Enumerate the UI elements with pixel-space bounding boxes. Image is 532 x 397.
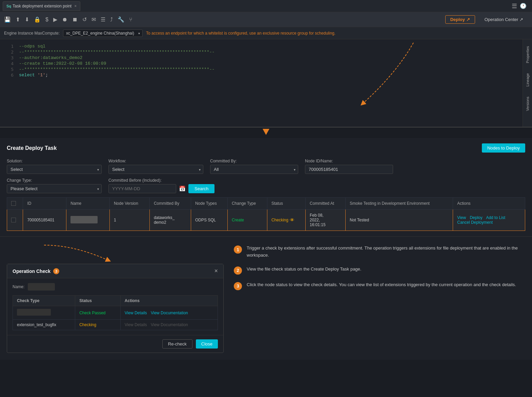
op-check-badge: 3 [53, 268, 59, 274]
instruction-text-3: Click the node status to view the check … [247, 281, 516, 289]
operation-check-dialog: Operation Check 3 × Name: Check Type [7, 264, 224, 353]
dtd-check-type-2: extension_test_bugfix [13, 320, 75, 330]
line-num-3: 3 [4, 55, 14, 60]
play-icon[interactable]: ▶ [53, 16, 57, 23]
code-content-5: --**************************************… [19, 67, 214, 72]
sql-icon: Sq [6, 4, 11, 8]
committed-before-input[interactable] [108, 184, 176, 193]
view-doc-link-2: View Documentation [151, 322, 188, 327]
side-tab-versions[interactable]: Versions [526, 97, 530, 111]
recheck-button[interactable]: Re-check [162, 339, 192, 349]
workflow-group: Workflow: Select [108, 159, 203, 174]
cancel-deployment-link[interactable]: Cancel Deployment [457, 220, 493, 225]
calendar-icon[interactable]: 📅 [179, 185, 186, 192]
header-checkbox[interactable] [11, 201, 16, 206]
add-to-list-link[interactable]: Add to List [486, 215, 505, 220]
list-icon[interactable]: ☰ [101, 16, 105, 23]
tab-bar: Sq Task deployment extension point × ☰ 🕐 [0, 0, 532, 12]
dialog-table-row-2: extension_test_bugfix Checking View Deta… [13, 320, 218, 330]
td-version: 1 [109, 210, 149, 231]
stop-icon[interactable]: ⏹ [72, 17, 78, 23]
status-checking[interactable]: Checking 👁 [271, 217, 301, 223]
solution-label: Solution: [7, 159, 102, 163]
dialog-close-button[interactable]: × [214, 267, 218, 275]
code-editor[interactable]: 1 --odps sql 2 --***********************… [0, 39, 532, 127]
row-checkbox[interactable] [11, 218, 16, 222]
code-content-6: select '1'; [19, 73, 48, 78]
dialog-area: Operation Check 3 × Name: Check Type [0, 237, 224, 360]
code-line-1: 1 --odps sql [0, 43, 532, 49]
tab-item[interactable]: Sq Task deployment extension point × [3, 1, 80, 11]
td-committed-by: dataworks_demo2 [149, 210, 191, 231]
td-status[interactable]: Checking 👁 [267, 210, 305, 231]
svg-marker-0 [263, 129, 269, 135]
instruction-text-2: View the file check status on the Create… [247, 266, 361, 273]
code-line-4: 4 --create time:2022-02-08 16:00:09 [0, 61, 532, 66]
clock-icon: 🕐 [520, 3, 527, 9]
share-icon[interactable]: ⑂ [129, 17, 132, 23]
code-content-1: --odps sql [19, 44, 45, 49]
td-actions: View Deploy Add to List Cancel Deploymen… [453, 210, 525, 231]
committed-before-label: Committed Before (Included): [108, 178, 214, 183]
engine-select[interactable]: xc_DPE_E2_engine China(Shanghai) [63, 29, 143, 37]
side-tabs: Properties Lineage Versions [523, 39, 532, 127]
line-num-5: 5 [4, 67, 14, 72]
tab-close-icon[interactable]: × [74, 4, 77, 8]
change-type-select[interactable]: Please Select [7, 184, 102, 193]
arrow-down [0, 127, 532, 138]
side-tab-lineage[interactable]: Lineage [526, 73, 530, 86]
view-doc-link-1[interactable]: View Documentation [151, 311, 188, 315]
dialog-name-label: Name: [13, 284, 24, 289]
committed-by-select[interactable]: All [210, 165, 298, 174]
deploy-link[interactable]: Deploy [470, 215, 482, 220]
dth-status: Status [75, 296, 121, 306]
view-link[interactable]: View [457, 215, 466, 220]
code-content-2: --**************************************… [19, 49, 214, 55]
mail-icon[interactable]: ✉ [91, 16, 96, 23]
th-committed-by: Committed By [149, 198, 191, 210]
record-icon[interactable]: ⏺ [62, 17, 67, 23]
td-id: 700005185401 [23, 210, 66, 231]
save-icon[interactable]: 💾 [4, 16, 11, 23]
instruction-badge-2: 2 [234, 266, 242, 275]
side-tab-properties[interactable]: Properties [526, 46, 530, 63]
download-icon[interactable]: ⬇ [25, 16, 29, 23]
close-button[interactable]: Close [196, 339, 218, 349]
instructions-area: 1 Trigger a check by extensions after su… [224, 237, 532, 360]
refresh-icon[interactable]: ↺ [82, 16, 87, 23]
th-checkbox [7, 198, 23, 210]
deploy-section-title: Create Deploy Task [7, 145, 57, 151]
operation-center-button[interactable]: Operation Center ↗ [480, 16, 528, 23]
dtd-status-1: Check Passed [75, 306, 121, 320]
code-content-3: --author:dataworks_demo2 [19, 55, 82, 60]
code-content-4: --create time:2022-02-08 16:00:09 [19, 61, 106, 66]
td-committed-at: Feb 08,2022,16:01:15 [306, 210, 346, 231]
deploy-button[interactable]: Deploy ↗ [445, 15, 475, 24]
export-icon[interactable]: ⤴ [110, 17, 113, 23]
workflow-select[interactable]: Select [108, 165, 203, 174]
dialog-body: Name: Check Type Status Actions [7, 278, 223, 335]
lower-section: Operation Check 3 × Name: Check Type [0, 237, 532, 360]
dialog-name-row: Name: [13, 283, 218, 291]
table-row: 700005185401 1 dataworks_demo2 ODPS SQL … [7, 210, 525, 231]
td-checkbox [7, 210, 23, 231]
th-node-types: Node Types [191, 198, 227, 210]
upload-icon[interactable]: ⬆ [16, 16, 20, 23]
th-name: Name [66, 198, 110, 210]
search-button[interactable]: Search [188, 184, 214, 193]
code-line-6: 6 select '1'; [0, 72, 532, 78]
view-details-link-1[interactable]: View Details [125, 311, 147, 315]
lock-icon[interactable]: 🔒 [34, 16, 41, 23]
tools-icon[interactable]: 🔧 [118, 16, 124, 23]
change-type-group: Change Type: Please Select [7, 178, 102, 193]
menu-icon[interactable]: ☰ [512, 2, 517, 10]
dialog-table-header: Check Type Status Actions [13, 296, 218, 306]
code-line-2: 2 --************************************… [0, 49, 532, 55]
instruction-text-1: Trigger a check by extensions after succ… [247, 245, 522, 259]
dollar-icon[interactable]: $ [45, 17, 48, 23]
nodes-to-deploy-button[interactable]: Nodes to Deploy [482, 143, 525, 153]
node-id-input[interactable] [305, 165, 393, 174]
solution-select[interactable]: Select [7, 165, 102, 174]
instruction-badge-3: 3 [234, 282, 242, 290]
instruction-item-2: 2 View the file check status on the Crea… [234, 266, 522, 275]
